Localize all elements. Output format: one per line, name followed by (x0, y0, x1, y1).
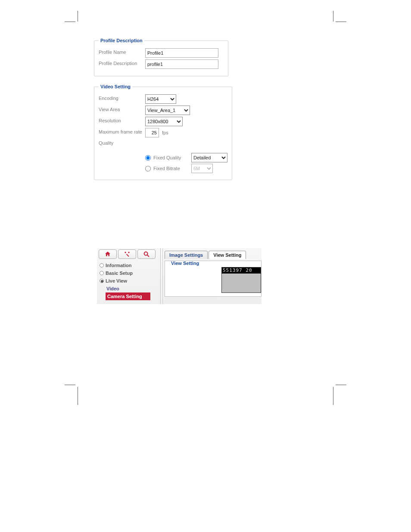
sidebar-sub-item-video[interactable]: Video (99, 285, 159, 292)
view-area-label: View Area (99, 106, 145, 112)
profile-name-row: Profile Name (99, 48, 224, 58)
bullet-icon (100, 263, 104, 268)
tab-row: Image Settings View Setting (165, 251, 262, 259)
search-icon (143, 251, 150, 258)
profile-name-label: Profile Name (99, 48, 145, 55)
crop-mark (78, 387, 78, 405)
search-button[interactable] (137, 249, 156, 259)
fixed-quality-line: Fixed Quality Detailed (145, 153, 227, 162)
video-setting-panel: Video Setting Encoding H264 View Area Vi… (94, 84, 232, 180)
view-area-row: View Area View_Area_1 (99, 106, 227, 115)
svg-line-1 (147, 255, 149, 257)
sidebar-item-label: Information (106, 263, 132, 268)
fps-label: fps (162, 130, 168, 135)
fixed-bitrate-line: Fixed Bitrate 6M (145, 164, 227, 173)
sidebar-item-label: Basic Setup (106, 271, 133, 276)
tab-label: View Setting (213, 252, 241, 258)
max-frame-rate-input[interactable] (145, 128, 159, 137)
view-setting-panel: View Setting 551397 20 (165, 261, 262, 297)
sidebar-sub-item-camera-setting[interactable]: Camera Setting (106, 292, 150, 300)
sidebar: Information Basic Setup Live View Video … (97, 248, 161, 304)
fixed-bitrate-label: Fixed Bitrate (153, 166, 190, 171)
crop-mark (78, 11, 78, 22)
profile-name-input[interactable] (145, 48, 218, 58)
divider (162, 248, 163, 304)
quality-label: Quality (99, 139, 145, 146)
svg-point-0 (144, 252, 148, 255)
view-area-select[interactable]: View_Area_1 (145, 106, 190, 115)
camera-preview: 551397 20 (221, 267, 261, 293)
sidebar-item-live-view[interactable]: Live View (99, 277, 159, 285)
tab-image-settings[interactable]: Image Settings (165, 251, 208, 259)
view-setting-legend: View Setting (169, 261, 201, 266)
crop-mark (333, 387, 333, 405)
profile-description-panel: Profile Description Profile Name Profile… (94, 38, 228, 76)
quality-radio-group: Fixed Quality Detailed Fixed Bitrate 6M (145, 153, 227, 173)
fixed-quality-label: Fixed Quality (153, 155, 190, 160)
crop-mark (65, 22, 75, 22)
crop-mark (65, 385, 75, 385)
crop-mark (336, 22, 346, 22)
profile-description-label: Profile Description (99, 59, 145, 66)
bullet-filled-icon (100, 279, 104, 283)
content-area: Image Settings View Setting View Setting… (161, 248, 262, 304)
tab-label: Image Settings (169, 252, 203, 258)
resolution-row: Resolution 1280x800 (99, 117, 227, 126)
video-setting-legend: Video Setting (99, 84, 132, 89)
resolution-label: Resolution (99, 117, 145, 124)
home-icon (104, 251, 111, 258)
home-button[interactable] (99, 249, 117, 259)
sidebar-item-information[interactable]: Information (99, 261, 159, 269)
sidebar-item-label: Video (106, 286, 119, 291)
encoding-row: Encoding H264 (99, 94, 227, 104)
max-frame-rate-label: Maximum frame rate (99, 128, 145, 135)
icon-toolbar (99, 249, 159, 259)
fixed-bitrate-radio[interactable] (145, 166, 151, 171)
quality-row: Quality (99, 139, 227, 146)
encoding-label: Encoding (99, 94, 145, 101)
fixed-bitrate-select[interactable]: 6M (191, 164, 213, 173)
tools-button[interactable] (118, 249, 136, 259)
profile-description-legend: Profile Description (99, 38, 144, 43)
resolution-select[interactable]: 1280x800 (145, 117, 183, 126)
tools-icon (124, 251, 131, 258)
sidebar-item-basic-setup[interactable]: Basic Setup (99, 269, 159, 277)
sidebar-item-label: Live View (106, 278, 127, 283)
bullet-icon (100, 271, 104, 275)
profile-description-input[interactable] (145, 59, 218, 69)
fixed-quality-select[interactable]: Detailed (191, 153, 227, 162)
crop-mark (333, 11, 333, 22)
tab-view-setting[interactable]: View Setting (209, 251, 246, 259)
fixed-quality-radio[interactable] (145, 155, 151, 161)
sidebar-item-label: Camera Setting (107, 294, 142, 299)
encoding-select[interactable]: H264 (145, 94, 176, 104)
max-frame-rate-row: Maximum frame rate fps (99, 128, 227, 137)
settings-form-screenshot: Profile Description Profile Name Profile… (94, 38, 228, 188)
crop-mark (336, 385, 346, 385)
preview-overlay-text: 551397 20 (222, 268, 261, 274)
camera-ui-screenshot: Information Basic Setup Live View Video … (97, 248, 262, 304)
profile-description-row: Profile Description (99, 59, 224, 69)
